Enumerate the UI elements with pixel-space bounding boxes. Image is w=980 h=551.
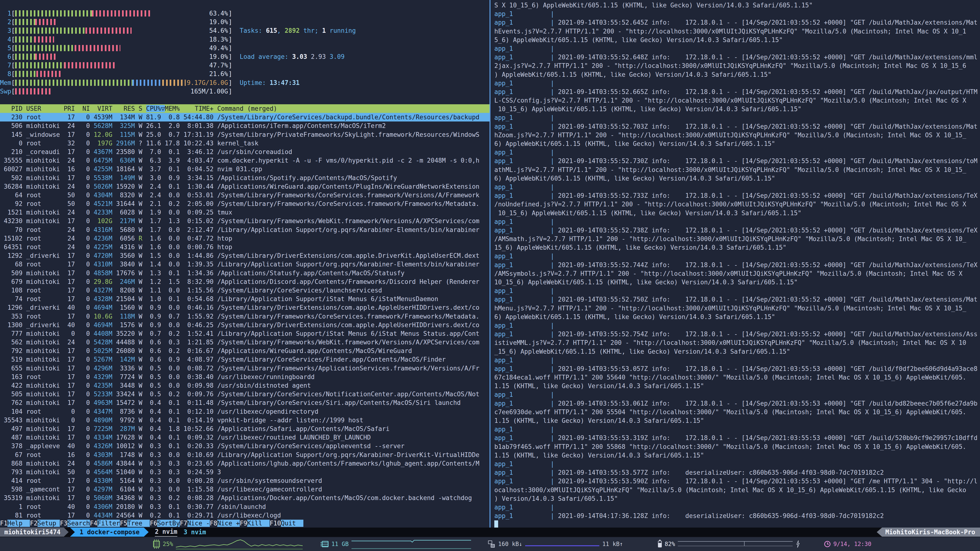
process-row-pid-230[interactable]: 230 root 17 0 4539M 134M W 81.9 0.8 54:4…: [0, 113, 490, 121]
log-line-25: app_1|: [494, 218, 980, 226]
process-row-pid-36284[interactable]: 36284 miohitoki 24 0 5026M 15920 W 2.4 0…: [0, 182, 490, 191]
process-row-pid-35319[interactable]: 35319 miohitoki 17 0 5060M 34368 W 0.3 0…: [0, 494, 490, 502]
process-row-pid-519[interactable]: 519 miohitoki 17 0 5267M 142M W 0.6 0.9 …: [0, 355, 490, 364]
process-row-pid-92[interactable]: 92 root 50 0 4521M 31644 W 2.1 0.2 2:05.…: [0, 200, 490, 208]
meter-cpu4: 4[18.3%]: [0, 35, 239, 44]
meter-bar-swp: 165M/1.00G: [15, 87, 229, 96]
process-row-pid-210[interactable]: 210 _coreaudi 17 0 4367M 23580 W 7.0 0.1…: [0, 148, 490, 156]
column-header-s[interactable]: S: [138, 105, 146, 112]
process-row-pid-792[interactable]: 792 miohitoki 17 0 5025M 26080 W 0.6 0.2…: [0, 346, 490, 355]
fkey-f5[interactable]: F5Tree: [120, 519, 150, 527]
column-header-ni[interactable]: NI: [79, 105, 94, 112]
process-row-pid-104[interactable]: 104 root 0 0 4347M 8736 W 0.4 0.1 0:12.1…: [0, 407, 490, 416]
column-header-pri[interactable]: PRI: [64, 105, 79, 112]
statusbar-cpu[interactable]: 25%: [153, 538, 303, 550]
tmux-window-2-nvim[interactable]: 2 nvim: [155, 527, 177, 537]
log-service-prefix: app_1: [494, 321, 550, 330]
process-row-pid-655[interactable]: 655 miohitoki 17 0 4296M 3336 W 0.5 0.0 …: [0, 364, 490, 373]
log-line-33: app_1|: [494, 286, 980, 295]
process-row-pid-64[interactable]: 64 root 50 0 4304M 8320 W 2.4 0.0 0:53.0…: [0, 191, 490, 200]
column-header-cpu[interactable]: CPU%▽: [146, 105, 165, 112]
log-line-0: S X 10_15_6) AppleWebKit/605.1.15 (KHTML…: [494, 1, 980, 10]
column-header-virt[interactable]: VIRT: [94, 105, 116, 112]
process-row-pid-1521[interactable]: 1521 miohitoki 24 0 4233M 6028 W 1.9 0.0…: [0, 208, 490, 217]
process-row-pid-777[interactable]: 777 miohitoki 0 0 4408M 35220 W 0.7 0.2 …: [0, 329, 490, 338]
column-header-user[interactable]: USER: [26, 105, 64, 112]
log-line-1: app_1|: [494, 10, 980, 18]
tmux-status-bar: miohitokiri5474 1 docker-compose2 nvim3 …: [0, 527, 980, 537]
fkey-f9[interactable]: F9Kill: [240, 519, 270, 527]
tmux-window-1-docker-compose[interactable]: 1 docker-compose: [70, 527, 149, 537]
battery-percent: 82%: [665, 540, 675, 548]
memory-used: 11 GB: [331, 540, 348, 548]
process-row-pid-108[interactable]: 108 root 17 0 4327M 8208 W 1.1 0.0 1:15.…: [0, 286, 490, 295]
log-line-40: _15_6) AppleWebKit/605.1.15 (KHTML, like…: [494, 347, 980, 356]
process-row-pid-35555[interactable]: 35555 miohitoki 24 0 6475M 636M W 6.3 3.…: [0, 156, 490, 165]
fkey-f10[interactable]: F10Quit: [270, 519, 303, 527]
process-row-pid-145[interactable]: 145 _windowse 17 0 12.0G 115M W 25.0 0.7…: [0, 130, 490, 139]
fkey-f7[interactable]: F7Nice -: [180, 519, 210, 527]
log-line-52: 1.15 (KHTML, like Gecko) Version/14.0.3 …: [494, 451, 980, 460]
log-line-50: app_1| 2021-09-14T03:55:53.319Z info: 17…: [494, 433, 980, 442]
process-row-pid-487[interactable]: 487 miohitoki 17 0 4334M 17628 W 0.4 0.1…: [0, 433, 490, 442]
column-header-pid[interactable]: PID: [0, 105, 26, 112]
process-row-pid-598[interactable]: 598 _gamecont 17 0 4297M 6104 W 0.3 0.0 …: [0, 485, 490, 494]
meter-mem: Mem[9.17G/16.0G]: [0, 78, 239, 87]
process-row-pid-68[interactable]: 68 root 17 0 4310M 3840 W 1.4 0.0 1:39.3…: [0, 260, 490, 268]
statusbar-clock[interactable]: 9/14, 12:30: [824, 540, 871, 548]
docker-compose-logs-pane[interactable]: S X 10_15_6) AppleWebKit/605.1.15 (KHTML…: [491, 0, 980, 527]
process-row-pid-422[interactable]: 422 miohitoki 17 0 4235M 3448 W 0.5 0.0 …: [0, 381, 490, 390]
process-row-pid-353[interactable]: 353 root 17 0 10.6G 118M W 0.9 0.7 1:55.…: [0, 312, 490, 321]
log-line-54: app_1| 2021-09-14T03:55:53.577Z info: de…: [494, 468, 980, 477]
process-row-pid-762[interactable]: 762 miohitoki 17 0 4963M 15472 W 0.4 0.1…: [0, 399, 490, 407]
meter-label: Mem: [0, 78, 11, 87]
meter-cpu2: 2[19.0%]: [0, 18, 239, 26]
process-row-pid-414[interactable]: 414 root 17 0 4330M 5164 W 0.3 0.0 0:00.…: [0, 476, 490, 485]
process-row-pid-43230[interactable]: 43230 miohitoki 17 0 102G 217M W 1.7 1.3…: [0, 217, 490, 225]
process-row-pid-793[interactable]: 793 miohitoki 50 0 4564M 51040 W 0.3 0.3…: [0, 468, 490, 476]
process-row-pid-1[interactable]: 1 root 40 0 4306M 20180 W 0.3 0.1 0:30.7…: [0, 502, 490, 511]
process-row-pid-868[interactable]: 868 miohitoki 24 0 4586M 43844 W 0.3 0.3…: [0, 459, 490, 468]
fkey-f2[interactable]: F2Setup: [30, 519, 60, 527]
log-service-prefix: app_1: [494, 183, 550, 191]
process-row-pid-506[interactable]: 506 miohitoki 24 0 5628M 325M W 26.1 2.0…: [0, 121, 490, 130]
process-row-pid-0[interactable]: 0 root 32 0 197G 2916M ? 11.6 17.8 10:22…: [0, 139, 490, 148]
process-row-pid-163[interactable]: 163 root 17 0 4329M 7724 W 0.5 0.0 0:38.…: [0, 373, 490, 381]
process-row-pid-64351[interactable]: 64351 root 24 0 4225M 4316 W 1.6 0.0 0:0…: [0, 243, 490, 251]
statusbar-battery[interactable]: 82%: [658, 538, 800, 550]
process-row-pid-1292[interactable]: 1292 _driverki 17 0 4720M 3560 W 1.5 0.0…: [0, 251, 490, 260]
statusbar-network[interactable]: 160 kB↓ 11 kB↑: [488, 538, 623, 550]
process-row-pid-562[interactable]: 562 miohitoki 24 0 5428M 44488 W 0.6 0.3…: [0, 338, 490, 346]
process-row-pid-1300[interactable]: 1300 _driverki 40 0 4694M 1576 W 0.9 0.0…: [0, 321, 490, 329]
htop-pane[interactable]: 1[63.4%]2[19.0%]3[54.6%]4[18.3%]5[49.4%]…: [0, 0, 490, 527]
fkey-f6[interactable]: F6SortBy: [150, 519, 180, 527]
column-header-commandmerged[interactable]: Command (merged): [217, 105, 277, 112]
iterm-status-bar: 25% 11 GB 160 kB↓ 11 kB↑ 82%: [0, 537, 980, 551]
process-row-pid-497[interactable]: 497 miohitoki 17 0 7225M 287M W 0.4 1.8 …: [0, 424, 490, 433]
process-row-pid-378[interactable]: 378 _appleeve 40 0 4326M 10012 W 0.3 0.1…: [0, 442, 490, 450]
column-header-time[interactable]: TIME+: [183, 105, 217, 112]
fkey-f1[interactable]: F1Help: [0, 519, 30, 527]
process-row-pid-81[interactable]: 81 root 17 0 4434M 24564 W 0.2 0.1 0:29.…: [0, 511, 490, 520]
process-row-pid-15102[interactable]: 15102 root 24 0 4236M 6056 R 1.6 0.0 0:4…: [0, 234, 490, 243]
process-row-pid-502[interactable]: 502 miohitoki 17 0 5538M 149M W 3.0 0.9 …: [0, 174, 490, 182]
process-row-pid-70[interactable]: 70 root 24 0 4316M 5680 W 1.7 0.0 2:12.4…: [0, 225, 490, 234]
column-header-mem[interactable]: MEM%: [165, 105, 183, 112]
fkey-f8[interactable]: F8Nice +: [210, 519, 240, 527]
column-header-res[interactable]: RES: [116, 105, 138, 112]
process-row-pid-679[interactable]: 679 miohitoki 17 0 29.8G 246M W 1.2 1.5 …: [0, 278, 490, 286]
meter-value: 21.6%: [209, 70, 228, 78]
tmux-window-3-nvim[interactable]: 3 nvim: [183, 527, 206, 537]
meter-bar-cpu2: 19.0%: [15, 18, 229, 26]
fkey-f3[interactable]: F3Search: [60, 519, 90, 527]
process-row-pid-505[interactable]: 505 miohitoki 17 0 5233M 33424 W 0.5 0.2…: [0, 390, 490, 399]
fkey-f4[interactable]: F4Filter: [90, 519, 120, 527]
process-row-pid-35543[interactable]: 35543 miohitoki 0 0 4890M 9792 W 0.4 0.1…: [0, 416, 490, 424]
process-row-pid-67[interactable]: 67 root 16 0 4303M 1748 W 0.3 0.0 0:10.6…: [0, 451, 490, 459]
process-row-pid-74[interactable]: 74 root 17 0 4328M 21504 W 1.0 0.1 0:54.…: [0, 295, 490, 303]
process-row-pid-509[interactable]: 509 miohitoki 17 0 4858M 17676 W 1.3 0.1…: [0, 269, 490, 278]
process-row-pid-1296[interactable]: 1296 _driverki 40 0 4694M 1560 W 0.9 0.0…: [0, 303, 490, 312]
statusbar-memory[interactable]: 11 GB: [322, 538, 471, 550]
process-row-pid-60027[interactable]: 60027 miohitoki 16 0 4255M 18164 W 3.7 0…: [0, 165, 490, 173]
log-service-prefix: app_1: [494, 218, 550, 226]
